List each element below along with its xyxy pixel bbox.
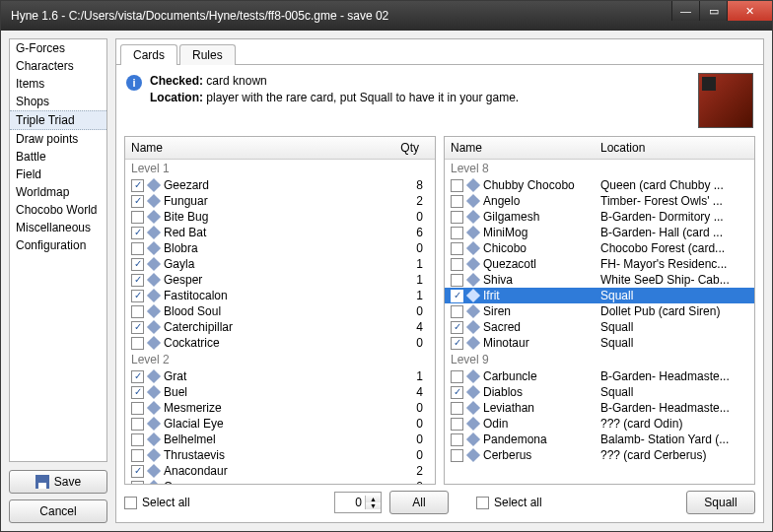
card-row[interactable]: Glacial Eye0 (125, 416, 435, 432)
sidebar-item[interactable]: Worldmap (10, 183, 106, 201)
right-list[interactable]: Level 8Chubby ChocoboQueen (card Chubby … (445, 160, 754, 484)
checkbox-icon[interactable] (451, 337, 463, 350)
card-row[interactable]: Grat1 (125, 368, 435, 384)
all-button[interactable]: All (389, 491, 449, 514)
checkbox-icon[interactable] (451, 433, 463, 446)
card-row[interactable]: Caterchipillar4 (125, 319, 435, 335)
card-row[interactable]: MiniMogB-Garden- Hall (card ... (445, 225, 754, 240)
checkbox-icon[interactable] (451, 274, 463, 287)
sidebar-item[interactable]: Triple Triad (10, 110, 106, 130)
checkbox-icon[interactable] (131, 227, 144, 239)
card-row[interactable]: SirenDollet Pub (card Siren) (445, 303, 754, 319)
checkbox-icon[interactable] (131, 433, 144, 446)
card-row[interactable]: LeviathanB-Garden- Headmaste... (445, 400, 754, 416)
checkbox-icon[interactable] (451, 402, 463, 415)
checkbox-icon[interactable] (451, 386, 463, 399)
card-row[interactable]: Creeps0 (125, 479, 435, 484)
card-row[interactable]: Odin??? (card Odin) (445, 416, 754, 432)
checkbox-icon[interactable] (451, 242, 463, 255)
card-row[interactable]: Blood Soul0 (125, 303, 435, 319)
card-row[interactable]: Thrustaevis0 (125, 447, 435, 463)
checkbox-icon[interactable] (451, 258, 463, 271)
sidebar-item[interactable]: Field (10, 166, 106, 183)
tab-rules[interactable]: Rules (179, 44, 236, 65)
checkbox-icon[interactable] (131, 337, 144, 350)
card-row[interactable]: Gesper1 (125, 272, 435, 288)
qty-spinbox[interactable]: 0 ▲ ▼ (334, 492, 382, 513)
card-row[interactable]: CarbuncleB-Garden- Headmaste... (445, 368, 754, 384)
checkbox-icon[interactable] (451, 305, 463, 318)
checkbox-icon[interactable] (131, 418, 144, 431)
save-button[interactable]: Save (9, 470, 107, 494)
left-list[interactable]: Level 1Geezard8Funguar2Bite Bug0Red Bat6… (125, 160, 435, 484)
card-row[interactable]: Buel4 (125, 384, 435, 400)
checkbox-icon[interactable] (451, 227, 463, 239)
card-row[interactable]: Fastitocalon1 (125, 288, 435, 303)
card-row[interactable]: Mesmerize0 (125, 400, 435, 416)
sidebar-item[interactable]: Battle (10, 148, 106, 166)
checkbox-icon[interactable] (131, 386, 144, 399)
left-header[interactable]: Name Qty (125, 137, 435, 160)
card-row[interactable]: Belhelmel0 (125, 432, 435, 447)
sidebar-item[interactable]: Miscellaneous (10, 219, 106, 236)
card-row[interactable]: Red Bat6 (125, 225, 435, 240)
checkbox-icon[interactable] (451, 449, 463, 462)
card-row[interactable]: Gayla1 (125, 256, 435, 272)
card-row[interactable]: Funguar2 (125, 193, 435, 209)
card-row[interactable]: ChicoboChocobo Forest (card... (445, 240, 754, 256)
card-row[interactable]: Bite Bug0 (125, 209, 435, 225)
card-row[interactable]: SacredSquall (445, 319, 754, 335)
sidebar-item[interactable]: Draw points (10, 130, 106, 148)
left-select-all[interactable]: Select all (124, 496, 190, 509)
sidebar-item[interactable]: Items (10, 75, 106, 93)
card-row[interactable]: PandemonaBalamb- Station Yard (... (445, 432, 754, 447)
titlebar[interactable]: Hyne 1.6 - C:/Users/vista/Documents/Hyne… (1, 1, 772, 31)
card-row[interactable]: MinotaurSquall (445, 335, 754, 351)
card-row[interactable]: Chubby ChocoboQueen (card Chubby ... (445, 177, 754, 193)
sidebar-item[interactable]: Characters (10, 57, 106, 75)
card-row[interactable]: Geezard8 (125, 177, 435, 193)
checkbox-icon[interactable] (451, 370, 463, 383)
sidebar-item[interactable]: Configuration (10, 236, 106, 254)
card-row[interactable]: AngeloTimber- Forest Owls' ... (445, 193, 754, 209)
checkbox-icon[interactable] (131, 274, 144, 287)
tab-cards[interactable]: Cards (120, 44, 177, 65)
card-row[interactable]: GilgameshB-Garden- Dormitory ... (445, 209, 754, 225)
checkbox-icon[interactable] (131, 242, 144, 255)
checkbox-icon[interactable] (131, 321, 144, 334)
squall-button[interactable]: Squall (686, 491, 755, 514)
cancel-button[interactable]: Cancel (9, 499, 107, 523)
checkbox-icon[interactable] (131, 370, 144, 383)
checkbox-icon[interactable] (451, 418, 463, 431)
card-row[interactable]: IfritSquall (445, 288, 754, 303)
checkbox-icon[interactable] (131, 290, 144, 302)
checkbox-icon[interactable] (451, 179, 463, 192)
checkbox-icon[interactable] (451, 211, 463, 224)
checkbox-icon[interactable] (451, 321, 463, 334)
card-row[interactable]: ShivaWhite SeeD Ship- Cab... (445, 272, 754, 288)
spin-down[interactable]: ▼ (365, 502, 381, 509)
sidebar-list[interactable]: G-ForcesCharactersItemsShopsTriple Triad… (9, 38, 107, 462)
card-row[interactable]: Cockatrice0 (125, 335, 435, 351)
card-row[interactable]: Anacondaur2 (125, 463, 435, 479)
checkbox-icon[interactable] (131, 465, 144, 478)
checkbox-icon[interactable] (131, 305, 144, 318)
checkbox-icon[interactable] (131, 481, 144, 485)
sidebar-item[interactable]: Chocobo World (10, 201, 106, 219)
checkbox-icon[interactable] (131, 211, 144, 224)
card-row[interactable]: Cerberus??? (card Cerberus) (445, 447, 754, 463)
sidebar-item[interactable]: Shops (10, 93, 106, 110)
spin-up[interactable]: ▲ (365, 496, 381, 502)
close-button[interactable]: ✕ (727, 1, 772, 21)
checkbox-icon[interactable] (131, 195, 144, 208)
sidebar-item[interactable]: G-Forces (10, 39, 106, 57)
minimize-button[interactable]: — (671, 1, 699, 21)
checkbox-icon[interactable] (131, 449, 144, 462)
checkbox-icon[interactable] (131, 179, 144, 192)
right-select-all[interactable]: Select all (476, 496, 542, 509)
maximize-button[interactable]: ▭ (699, 1, 727, 21)
checkbox-icon[interactable] (131, 258, 144, 271)
checkbox-icon[interactable] (451, 290, 463, 302)
card-row[interactable]: Blobra0 (125, 240, 435, 256)
checkbox-icon[interactable] (131, 402, 144, 415)
